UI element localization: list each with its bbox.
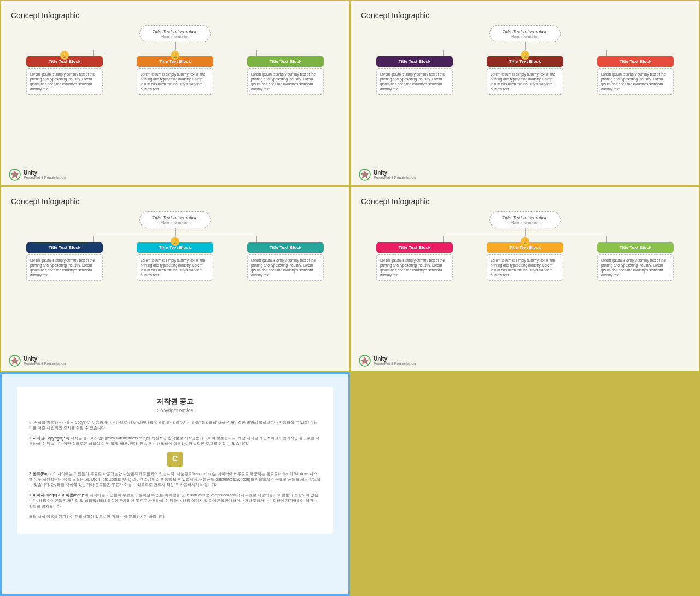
slide-2-block-2: Title Text Block 🏆: [487, 56, 563, 67]
slide-2-cols: Title Text Block Lorem Ipsum is simply d…: [361, 56, 689, 95]
slide-2-col-3: Title Text Block Lorem Ipsum is simply d…: [582, 56, 689, 95]
unity-logo-icon-3: [9, 355, 21, 367]
slide-2-root: Title Text Information More Information: [489, 25, 561, 42]
slide-3-block-3: Title Text Block: [247, 242, 324, 253]
slide-4-conn-v: [525, 228, 526, 236]
bottom-right-panel: [350, 372, 700, 596]
slide-4-block-2: Title Text Block 🏆: [487, 242, 563, 253]
slide-1-col-1: Title Text Block 🏆 Lorem Ipsum is simply…: [11, 56, 118, 95]
slide-2-logo: Unity PowerPoint Presentation: [359, 169, 416, 181]
copyright-title-kr: 저작권 공고: [29, 397, 321, 407]
main-grid: Concept Infographic Title Text Informati…: [0, 0, 700, 596]
trophy-icon-s4: 🏆: [521, 237, 529, 246]
slide-2-block-3: Title Text Block: [597, 56, 674, 67]
copyright-section3: 3. 이미지(Image) & 아이콘(Icon): 이 서식에는 기업들이 무…: [29, 493, 321, 510]
slide-3-desc-2: Lorem Ipsum is simply dummy text of the …: [137, 254, 213, 281]
slide-2-col-1: Title Text Block Lorem Ipsum is simply d…: [361, 56, 468, 95]
slide-3: Concept Infographic Title Text Informati…: [0, 186, 350, 372]
slide-3-block-2: Title Text Block 🏆: [137, 242, 213, 253]
copyright-body: 이 서식을 이용하거나 혹은 Copy하여 이용하거나 무단으로 배포 및 판매…: [29, 420, 321, 519]
copyright-footer: 해당 서식 이용에 관련하여 문의사항이 있으시면 귀하는 에 문의하시기 바랍…: [29, 514, 321, 519]
copyright-panel: 저작권 공고 Copyright Notice 이 서식을 이용하거나 혹은 C…: [0, 372, 350, 596]
slide-4-logo-text: Unity PowerPoint Presentation: [374, 356, 416, 366]
slide-3-desc-3: Lorem Ipsum is simply dummy text of the …: [247, 254, 324, 281]
slide-1-desc-3: Lorem Ipsum is simply dummy text of the …: [247, 68, 324, 95]
copyright-logo: C: [29, 452, 321, 467]
slide-2-conn-v: [525, 42, 526, 50]
slide-1-desc-2: Lorem Ipsum is simply dummy text of the …: [137, 68, 213, 95]
slide-4-title: Concept Infographic: [361, 197, 689, 206]
slide-4-cols: Title Text Block Lorem Ipsum is simply d…: [361, 242, 689, 281]
trophy-icon-2: 🏆: [171, 51, 179, 60]
slide-4-desc-2: Lorem Ipsum is simply dummy text of the …: [487, 254, 563, 281]
slide-1-root: Title Text Information More Information: [139, 25, 211, 42]
slide-1-org: Title Text Information More Information …: [11, 25, 339, 95]
copyright-section1: 1. 저작권(Copyright): 이 서식은 슬라이드멤버(www.slid…: [29, 436, 321, 447]
slide-4-org: Title Text Information More Information …: [361, 211, 689, 281]
slide-1-col-3: Title Text Block Lorem Ipsum is simply d…: [232, 56, 339, 95]
slide-3-title: Concept Infographic: [11, 197, 339, 206]
slide-4-col-1: Title Text Block Lorem Ipsum is simply d…: [361, 242, 468, 281]
slide-2-logo-text: Unity PowerPoint Presentation: [374, 170, 416, 180]
slide-4-block-1: Title Text Block: [376, 242, 453, 253]
slide-1-conn-v: [175, 42, 176, 50]
unity-logo-icon-2: [359, 169, 371, 181]
slide-1: Concept Infographic Title Text Informati…: [0, 0, 350, 186]
slide-1-col-2: Title Text Block 🏆 Lorem Ipsum is simply…: [121, 56, 229, 95]
slide-1-block-2: Title Text Block 🏆: [137, 56, 213, 67]
slide-4-col-2: Title Text Block 🏆 Lorem Ipsum is simply…: [471, 242, 579, 281]
slide-2-block-1: Title Text Block: [376, 56, 453, 67]
slide-3-org: Title Text Information More Information …: [11, 211, 339, 281]
slide-2-org: Title Text Information More Information …: [361, 25, 689, 95]
slide-4-col-3: Title Text Block Lorem Ipsum is simply d…: [582, 242, 689, 281]
slide-1-title: Concept Infographic: [11, 11, 339, 20]
copyright-section2: 2. 폰트(Font): 이 서식에는 기업들이 무료로 사용가능한 나눔폰트가…: [29, 471, 321, 488]
slide-4: Concept Infographic Title Text Informati…: [350, 186, 700, 372]
slide-1-vl1: [93, 50, 94, 56]
slide-3-root: Title Text Information More Information: [139, 211, 211, 228]
slide-4-root: Title Text Information More Information: [489, 211, 561, 228]
slide-2: Concept Infographic Title Text Informati…: [350, 0, 700, 186]
slide-3-desc-1: Lorem Ipsum is simply dummy text of the …: [26, 254, 103, 281]
slide-3-block-1: Title Text Block: [26, 242, 103, 253]
slide-1-block-3: Title Text Block: [247, 56, 324, 67]
slide-2-col-2: Title Text Block 🏆 Lorem Ipsum is simply…: [471, 56, 579, 95]
slide-4-logo: Unity PowerPoint Presentation: [359, 355, 416, 367]
copyright-c-icon: C: [167, 452, 183, 467]
trophy-icon-s3: 🏆: [171, 237, 179, 246]
slide-3-col-1: Title Text Block Lorem Ipsum is simply d…: [11, 242, 118, 281]
slide-2-desc-2: Lorem Ipsum is simply dummy text of the …: [487, 68, 563, 95]
trophy-icon-1: 🏆: [60, 51, 69, 60]
copyright-title-en: Copyright Notice: [29, 408, 321, 413]
slide-2-desc-3: Lorem Ipsum is simply dummy text of the …: [597, 68, 674, 95]
slide-1-cols: Title Text Block 🏆 Lorem Ipsum is simply…: [11, 56, 339, 95]
unity-logo-icon-4: [359, 355, 371, 367]
copyright-body-p1: 이 서식을 이용하거나 혹은 Copy하여 이용하거나 무단으로 배포 및 판매…: [29, 420, 321, 431]
slide-3-logo: Unity PowerPoint Presentation: [9, 355, 66, 367]
slide-4-desc-1: Lorem Ipsum is simply dummy text of the …: [376, 254, 453, 281]
slide-3-cols: Title Text Block Lorem Ipsum is simply d…: [11, 242, 339, 281]
slide-3-col-3: Title Text Block Lorem Ipsum is simply d…: [232, 242, 339, 281]
slide-1-logo: Unity PowerPoint Presentation: [9, 169, 66, 181]
slide-4-block-3: Title Text Block: [597, 242, 674, 253]
copyright-box: 저작권 공고 Copyright Notice 이 서식을 이용하거나 혹은 C…: [17, 387, 333, 534]
unity-logo-icon-1: [9, 169, 21, 181]
slide-3-col-2: Title Text Block 🏆 Lorem Ipsum is simply…: [121, 242, 229, 281]
slide-1-vl3: [256, 50, 257, 56]
slide-2-desc-1: Lorem Ipsum is simply dummy text of the …: [376, 68, 453, 95]
slide-3-conn-v: [175, 228, 176, 236]
slide-4-desc-3: Lorem Ipsum is simply dummy text of the …: [597, 254, 674, 281]
slide-2-title: Concept Infographic: [361, 11, 689, 20]
slide-1-logo-text: Unity PowerPoint Presentation: [24, 170, 66, 180]
slide-1-block-1: Title Text Block 🏆: [26, 56, 103, 67]
trophy-icon-s2: 🏆: [521, 51, 529, 60]
slide-3-logo-text: Unity PowerPoint Presentation: [24, 356, 66, 366]
slide-1-desc-1: Lorem Ipsum is simply dummy text of the …: [26, 68, 103, 95]
